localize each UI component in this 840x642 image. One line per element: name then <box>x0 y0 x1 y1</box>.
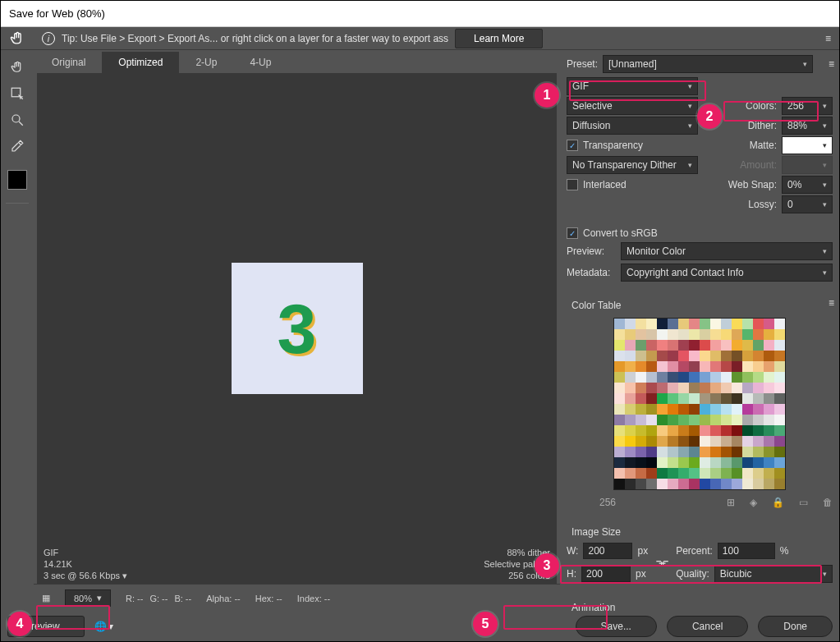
color-swatch[interactable] <box>710 457 721 468</box>
color-swatch[interactable] <box>636 319 646 329</box>
preset-select[interactable]: [Unnamed]▾ <box>603 55 813 73</box>
color-swatch[interactable] <box>625 468 636 479</box>
color-swatch[interactable] <box>646 479 657 489</box>
color-swatch[interactable] <box>668 361 678 372</box>
hand-tool[interactable] <box>7 57 28 78</box>
color-swatch[interactable] <box>742 383 753 393</box>
color-swatch[interactable] <box>689 351 700 361</box>
color-swatch[interactable] <box>678 425 689 436</box>
color-swatch[interactable] <box>742 393 753 404</box>
color-swatch[interactable] <box>678 436 689 447</box>
color-table[interactable] <box>613 318 786 490</box>
color-swatch[interactable] <box>636 436 646 447</box>
color-swatch[interactable] <box>657 351 668 361</box>
color-swatch[interactable] <box>678 329 689 340</box>
color-swatch[interactable] <box>700 393 710 404</box>
color-swatch[interactable] <box>678 372 689 383</box>
color-swatch[interactable] <box>753 479 764 489</box>
color-swatch[interactable] <box>732 425 742 436</box>
color-swatch[interactable] <box>721 340 732 351</box>
color-swatch[interactable] <box>753 340 764 351</box>
color-swatch[interactable] <box>700 404 710 415</box>
ct-trash-icon[interactable]: 🗑 <box>823 497 833 508</box>
color-swatch[interactable] <box>657 436 668 447</box>
color-swatch[interactable] <box>753 319 764 329</box>
color-swatch[interactable] <box>774 457 785 468</box>
color-swatch[interactable] <box>700 351 710 361</box>
color-swatch[interactable] <box>732 340 742 351</box>
color-swatch[interactable] <box>764 351 774 361</box>
color-swatch[interactable] <box>764 404 774 415</box>
view-grid-icon[interactable]: ▦ <box>42 593 50 603</box>
color-swatch[interactable] <box>646 361 657 372</box>
color-swatch[interactable] <box>646 351 657 361</box>
color-swatch[interactable] <box>732 383 742 393</box>
done-button[interactable]: Done <box>758 616 833 637</box>
color-swatch[interactable] <box>646 447 657 457</box>
tab-2up[interactable]: 2-Up <box>179 52 233 73</box>
color-swatch[interactable] <box>689 383 700 393</box>
color-swatch[interactable] <box>721 479 732 489</box>
color-swatch[interactable] <box>636 351 646 361</box>
color-swatch[interactable] <box>678 393 689 404</box>
color-swatch[interactable] <box>774 393 785 404</box>
color-swatch[interactable] <box>668 415 678 425</box>
color-swatch[interactable] <box>732 393 742 404</box>
preset-flyout-icon[interactable]: ≡ <box>818 58 833 70</box>
color-swatch[interactable] <box>625 372 636 383</box>
color-swatch[interactable] <box>646 457 657 468</box>
interlaced-checkbox[interactable] <box>567 179 578 190</box>
color-swatch[interactable] <box>636 393 646 404</box>
color-swatch[interactable] <box>636 329 646 340</box>
color-swatch[interactable] <box>753 436 764 447</box>
ct-shift-icon[interactable]: ◈ <box>750 497 757 508</box>
color-swatch[interactable] <box>742 361 753 372</box>
color-swatch[interactable] <box>774 479 785 489</box>
eyedropper-swatch[interactable] <box>7 170 27 190</box>
color-swatch[interactable] <box>636 447 646 457</box>
color-swatch[interactable] <box>614 351 625 361</box>
color-swatch[interactable] <box>764 329 774 340</box>
tab-original[interactable]: Original <box>35 52 102 73</box>
color-swatch[interactable] <box>678 479 689 489</box>
dither-amount-select[interactable]: 88%▾ <box>782 117 833 135</box>
color-swatch[interactable] <box>710 447 721 457</box>
color-swatch[interactable] <box>774 351 785 361</box>
color-swatch[interactable] <box>732 415 742 425</box>
color-swatch[interactable] <box>689 436 700 447</box>
color-swatch[interactable] <box>646 393 657 404</box>
color-swatch[interactable] <box>721 351 732 361</box>
color-swatch[interactable] <box>625 383 636 393</box>
ct-map-icon[interactable]: ⊞ <box>727 497 735 508</box>
color-swatch[interactable] <box>689 447 700 457</box>
color-swatch[interactable] <box>753 468 764 479</box>
color-swatch[interactable] <box>742 372 753 383</box>
color-swatch[interactable] <box>668 319 678 329</box>
color-swatch[interactable] <box>625 393 636 404</box>
color-swatch[interactable] <box>710 415 721 425</box>
color-swatch[interactable] <box>678 468 689 479</box>
color-swatch[interactable] <box>710 436 721 447</box>
color-swatch[interactable] <box>614 372 625 383</box>
color-swatch[interactable] <box>700 361 710 372</box>
color-swatch[interactable] <box>774 415 785 425</box>
color-swatch[interactable] <box>668 383 678 393</box>
color-swatch[interactable] <box>614 393 625 404</box>
color-swatch[interactable] <box>753 372 764 383</box>
slice-select-tool[interactable] <box>7 83 28 104</box>
learn-more-button[interactable]: Learn More <box>455 29 543 48</box>
color-swatch[interactable] <box>700 383 710 393</box>
zoom-select[interactable]: 80% ▾ <box>65 589 111 607</box>
color-swatch[interactable] <box>721 425 732 436</box>
color-swatch[interactable] <box>636 468 646 479</box>
color-swatch[interactable] <box>668 372 678 383</box>
reduction-select[interactable]: Selective▾ <box>567 97 698 115</box>
color-swatch[interactable] <box>646 319 657 329</box>
color-swatch[interactable] <box>764 436 774 447</box>
color-swatch[interactable] <box>668 329 678 340</box>
color-swatch[interactable] <box>646 425 657 436</box>
transparency-dither-select[interactable]: No Transparency Dither▾ <box>567 156 698 174</box>
color-swatch[interactable] <box>753 393 764 404</box>
color-swatch[interactable] <box>646 340 657 351</box>
color-swatch[interactable] <box>614 340 625 351</box>
